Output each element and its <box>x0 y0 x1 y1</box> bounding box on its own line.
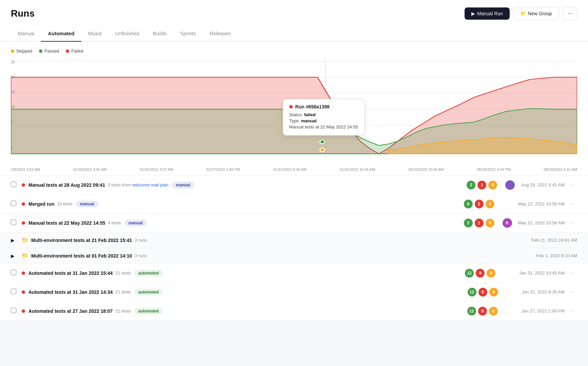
run-status-dot-8 <box>22 309 25 313</box>
run-badge-8: automated <box>134 308 163 314</box>
tab-releases[interactable]: Releases <box>203 26 238 42</box>
count-skipped-8: 0 <box>489 307 498 316</box>
count-skipped-1: 0 <box>488 181 497 189</box>
count-failed-7: 9 <box>478 288 487 297</box>
run-more-8[interactable]: ··· <box>568 306 577 316</box>
group-expand-1[interactable]: ▶ <box>11 238 18 243</box>
run-row: Automated tests at 31 Jan 2022 14:34 21 … <box>0 283 588 302</box>
group-runs-count-2: 3 runs <box>135 253 147 258</box>
x-label-6: 01/31/2022 10:45 AM <box>340 167 375 171</box>
run-checkbox-6[interactable] <box>11 270 18 276</box>
chart-container: 25 20 15 10 5 0 Run #658a1398 Status: fa… <box>11 58 577 166</box>
run-name-3: Manual tests at 22 May 2022 14:55 <box>28 220 105 226</box>
run-from-1: from welcome mail plan <box>122 182 169 187</box>
run-name-8: Automated tests at 27 Jan 2022 18:07 <box>28 308 113 314</box>
run-badge-2: manual <box>76 201 98 207</box>
run-checkbox-3[interactable] <box>11 220 18 226</box>
count-passed-7: 12 <box>468 288 476 297</box>
run-name-6: Automated tests at 31 Jan 2022 15:44 <box>28 270 113 276</box>
group-expand-2[interactable]: ▶ <box>11 253 18 259</box>
run-counts-7: 12 9 0 <box>468 288 498 297</box>
run-counts-6: 12 9 0 <box>465 269 495 278</box>
page-header: Runs ▶ Manual Run 📁 New Group ··· <box>0 0 588 26</box>
legend-failed-label: Failed <box>71 48 83 54</box>
count-skipped-7: 0 <box>489 288 498 297</box>
count-failed-8: 9 <box>478 307 487 316</box>
tab-sprints[interactable]: Sprints <box>173 26 203 42</box>
run-checkbox-7[interactable] <box>11 289 18 295</box>
group-row: ▶ 📁 Multi-environment tests at 21 Feb 20… <box>0 232 588 248</box>
more-options-button[interactable]: ··· <box>563 7 577 20</box>
group-date-1: Feb 21, 2022 10:41 AM <box>531 238 577 243</box>
x-label-1: /26/2022 3:52 AM <box>11 167 40 171</box>
run-counts-3: 3 1 0 <box>464 219 494 227</box>
x-label-4: 01/27/2022 1:08 PM <box>207 167 240 171</box>
run-row: Automated tests at 27 Jan 2022 18:07 21 … <box>0 302 588 321</box>
run-test-count-6: 21 tests <box>115 270 131 276</box>
svg-point-9 <box>320 128 325 132</box>
count-failed-1: 1 <box>477 181 486 189</box>
folder-icon-1: 📁 <box>22 237 28 243</box>
x-label-2: 01/26/2022 3:55 AM <box>73 167 106 171</box>
header-actions: ▶ Manual Run 📁 New Group ··· <box>465 7 577 20</box>
play-icon: ▶ <box>471 11 475 16</box>
tab-builds[interactable]: Builds <box>146 26 173 42</box>
run-counts-2: 8 2 4 <box>464 200 494 208</box>
run-avatar-3: K <box>503 218 512 228</box>
run-from-link-1[interactable]: welcome mail plan <box>132 182 169 187</box>
run-badge-7: automated <box>134 289 163 296</box>
run-badge-6: automated <box>134 270 163 277</box>
run-checkbox-1[interactable] <box>11 182 18 188</box>
chevron-right-icon[interactable]: ▶ <box>11 253 15 259</box>
page-title: Runs <box>11 8 35 19</box>
x-label-9: 08/28/2022 5:41 AM <box>544 167 577 171</box>
passed-color <box>39 49 42 53</box>
run-date-8: Jan 27, 2022 1:08 PM <box>522 308 565 313</box>
run-date-6: Jan 31, 2022 10:45 AM <box>519 270 565 276</box>
svg-point-10 <box>320 140 325 144</box>
run-date-7: Jan 31, 2022 9:35 AM <box>522 289 565 294</box>
svg-point-11 <box>320 148 325 152</box>
run-name-2: Merged run <box>28 201 54 207</box>
run-status-dot-6 <box>22 271 25 275</box>
run-test-count-8: 21 tests <box>115 308 131 313</box>
run-status-dot-2 <box>22 202 25 206</box>
run-test-count-3: 4 tests <box>108 220 121 225</box>
run-date-2: May 22, 2022 10:58 AM <box>518 201 565 206</box>
tab-manual[interactable]: Manual <box>11 26 41 42</box>
run-more-1[interactable]: ··· <box>568 180 577 190</box>
runs-list: Manual tests at 28 Aug 2022 09:41 3 test… <box>0 176 588 321</box>
run-more-3[interactable]: ··· <box>568 218 577 228</box>
count-passed-2: 8 <box>464 200 473 208</box>
group-name-1: Multi-environment tests at 21 Feb 2022 1… <box>31 238 132 243</box>
tabs-bar: Manual Automated Mixed Unfinished Builds… <box>0 26 588 42</box>
run-test-count-1: 3 tests <box>108 182 121 187</box>
manual-run-button[interactable]: ▶ Manual Run <box>465 7 510 20</box>
run-status-dot-3 <box>22 221 25 225</box>
count-passed-8: 12 <box>467 307 476 316</box>
run-checkbox-8[interactable] <box>11 308 18 314</box>
ellipsis-icon: ··· <box>568 11 572 16</box>
legend-skipped-label: Skipped <box>16 48 32 54</box>
group-date-2: Feb 1, 2022 9:10 AM <box>536 253 577 258</box>
count-failed-2: 2 <box>475 200 484 208</box>
run-more-6[interactable]: ··· <box>568 268 577 278</box>
run-counts-8: 12 9 0 <box>467 307 498 316</box>
skipped-color <box>11 49 14 53</box>
run-more-2[interactable]: ··· <box>568 199 577 209</box>
x-label-3: 01/26/2022 4:07 AM <box>140 167 173 171</box>
chevron-right-icon[interactable]: ▶ <box>11 238 15 243</box>
run-more-7[interactable]: ··· <box>568 287 577 297</box>
tab-automated[interactable]: Automated <box>41 26 81 42</box>
failed-color <box>66 49 69 53</box>
legend-passed: Passed <box>39 48 59 54</box>
run-checkbox-2[interactable] <box>11 201 18 207</box>
run-status-dot-1 <box>22 183 25 187</box>
tab-unfinished[interactable]: Unfinished <box>109 26 146 42</box>
new-group-button[interactable]: 📁 New Group <box>513 7 559 20</box>
run-date-3: May 22, 2022 10:56 AM <box>518 220 565 225</box>
tab-mixed[interactable]: Mixed <box>81 26 109 42</box>
x-label-7: 05/22/2022 10:56 AM <box>408 167 444 171</box>
run-row: Merged run 14 tests manual 8 2 4 May 22,… <box>0 195 588 214</box>
legend-failed: Failed <box>66 48 83 54</box>
